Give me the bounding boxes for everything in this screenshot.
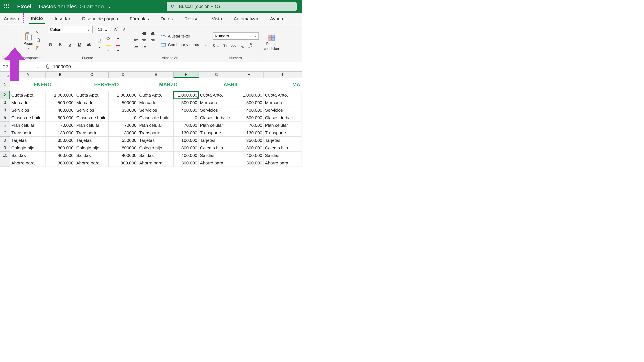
column-header-E[interactable]: E xyxy=(138,72,174,78)
increase-font-icon[interactable]: Aˆ xyxy=(113,27,119,32)
tab-insertar[interactable]: Insertar xyxy=(53,14,72,23)
cell[interactable]: Mercado xyxy=(10,99,46,106)
cell[interactable]: Salidas xyxy=(264,152,302,159)
cell[interactable]: 400.000 xyxy=(234,106,264,114)
conditional-format-button[interactable]: Forma condicion xyxy=(264,34,279,51)
row-header-7[interactable]: 7 xyxy=(0,129,10,137)
cell[interactable]: 500.000 xyxy=(46,114,75,121)
cell[interactable]: Cuota Apto. xyxy=(10,91,46,99)
tab-revisar[interactable]: Revisar xyxy=(183,14,202,23)
align-right-icon[interactable] xyxy=(150,38,156,43)
format-painter-icon[interactable] xyxy=(35,46,40,51)
cell[interactable]: 70.000 xyxy=(234,121,264,129)
italic-button[interactable]: K xyxy=(57,41,63,47)
cell[interactable]: Transporte xyxy=(138,129,174,137)
cell[interactable]: 400.000 xyxy=(46,106,75,114)
column-header-D[interactable]: D xyxy=(108,72,138,78)
cell[interactable]: ABRIL xyxy=(199,78,264,91)
cell[interactable]: Transporte xyxy=(264,129,302,137)
tab-inicio[interactable]: Inicio xyxy=(29,14,44,24)
row-header-9[interactable]: 9 xyxy=(0,144,10,152)
tab-diseno-pagina[interactable]: Diseño de página xyxy=(80,14,120,23)
cell[interactable]: Cuota Apto. xyxy=(75,91,108,99)
font-size-select[interactable]: 11⌄ xyxy=(96,26,110,33)
cell[interactable]: 800.000 xyxy=(174,144,199,152)
cell[interactable]: 70.000 xyxy=(46,121,75,129)
cell[interactable]: 100.000 xyxy=(174,137,199,144)
decrease-decimal-icon[interactable]: .00→0 xyxy=(248,42,252,49)
underline-button[interactable]: S xyxy=(67,41,73,47)
cell[interactable]: 500000 xyxy=(108,99,138,106)
cell[interactable]: 400.000 xyxy=(174,106,199,114)
cell[interactable]: Plan celular xyxy=(264,121,302,129)
cell[interactable]: 70000 xyxy=(108,121,138,129)
cell[interactable]: Salidas xyxy=(10,152,46,159)
cell[interactable]: 500.000 xyxy=(46,99,75,106)
paste-button[interactable]: Pegar ⌄ xyxy=(24,32,33,49)
row-header-3[interactable]: 3 xyxy=(0,99,10,106)
cell[interactable]: FEBRERO xyxy=(75,78,138,91)
cell[interactable]: Plan celular xyxy=(75,121,108,129)
cell[interactable]: Transporte xyxy=(199,129,234,137)
cell[interactable]: Colegio hijo xyxy=(264,144,302,152)
tab-vista[interactable]: Vista xyxy=(210,14,224,23)
column-header-I[interactable]: I xyxy=(264,72,302,78)
cell[interactable]: Tarjetas xyxy=(264,137,302,144)
column-header-G[interactable]: G xyxy=(199,72,234,78)
cell[interactable]: Tarjetas xyxy=(199,137,234,144)
cell[interactable]: 1.000.000 xyxy=(234,91,264,99)
cell[interactable]: 70.000 xyxy=(174,121,199,129)
cell[interactable]: Colegio hijo xyxy=(138,144,174,152)
cell[interactable]: 800000 xyxy=(108,144,138,152)
cell[interactable]: 350000 xyxy=(108,106,138,114)
decrease-font-icon[interactable]: Aˇ xyxy=(122,27,128,32)
cell[interactable]: Servicios xyxy=(10,106,46,114)
cell[interactable]: Servicios xyxy=(264,106,302,114)
cell[interactable]: Colegio hijo xyxy=(199,144,234,152)
cell[interactable]: Cuota Apto. xyxy=(264,91,302,99)
cell[interactable]: Ahorro para xyxy=(75,159,108,167)
thousands-button[interactable]: 000 xyxy=(231,44,236,47)
cell[interactable]: Ahorro para xyxy=(199,159,234,167)
cell[interactable]: 130.000 xyxy=(234,129,264,137)
row-header-5[interactable]: 5 xyxy=(0,114,10,121)
increase-decimal-icon[interactable]: ←0.00 xyxy=(240,42,244,49)
bold-button[interactable]: N xyxy=(48,41,54,47)
cell[interactable]: 350.000 xyxy=(234,137,264,144)
cell[interactable]: Plan celular xyxy=(10,121,46,129)
cell[interactable]: Mercado xyxy=(75,99,108,106)
cell[interactable]: 800.000 xyxy=(46,144,75,152)
row-header-4[interactable]: 4 xyxy=(0,106,10,114)
row-header-10[interactable]: 10 xyxy=(0,152,10,159)
tab-formulas[interactable]: Fórmulas xyxy=(128,14,151,23)
cell[interactable]: 500.000 xyxy=(234,114,264,121)
increase-indent-icon[interactable] xyxy=(141,45,147,51)
cell[interactable]: Clases de bail xyxy=(264,114,302,121)
cell[interactable]: 0 xyxy=(174,114,199,121)
cell[interactable]: Tarjetas xyxy=(75,137,108,144)
search-box[interactable] xyxy=(167,2,297,11)
align-bottom-icon[interactable] xyxy=(150,30,156,36)
cell[interactable]: 1.000.000 xyxy=(108,91,138,99)
borders-button[interactable]: ⌄ xyxy=(96,39,102,50)
cell[interactable]: Tarjetas xyxy=(138,137,174,144)
cell[interactable]: Plan celular xyxy=(199,121,234,129)
cell[interactable]: 300.000 xyxy=(46,159,75,167)
cell[interactable]: Servicios xyxy=(199,106,234,114)
cell[interactable]: 800.000 xyxy=(234,144,264,152)
cell[interactable]: MA xyxy=(264,78,302,91)
cell[interactable]: 400.000 xyxy=(46,152,75,159)
align-center-icon[interactable] xyxy=(141,38,147,43)
decrease-indent-icon[interactable] xyxy=(133,45,139,51)
align-top-icon[interactable] xyxy=(133,30,139,36)
document-title-group[interactable]: Gastos anuales - Guardado ⌄ xyxy=(38,3,115,10)
cells-area[interactable]: ENEROFEBREROMARZOABRILMACuota Apto.1.000… xyxy=(10,78,302,167)
cell[interactable]: 500.000 xyxy=(234,99,264,106)
cell[interactable]: 350.000 xyxy=(46,137,75,144)
cell[interactable]: 300.000 xyxy=(234,159,264,167)
row-header-blank[interactable] xyxy=(0,159,10,167)
font-color-button[interactable]: A⌄ xyxy=(115,36,121,52)
merge-center-button[interactable]: Combinar y centrar ⌄ xyxy=(161,42,207,47)
app-launcher-icon[interactable] xyxy=(2,3,11,9)
align-middle-icon[interactable] xyxy=(141,30,147,36)
